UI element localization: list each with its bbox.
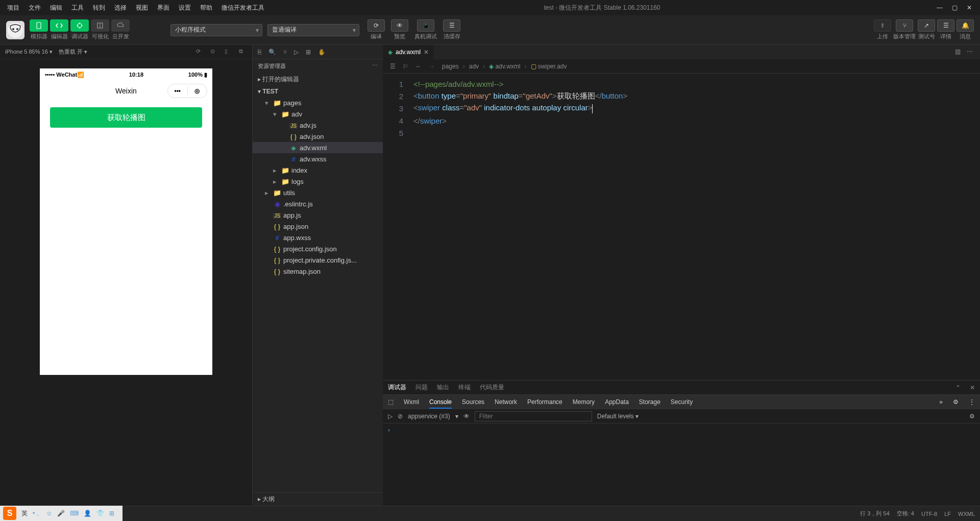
refresh-icon[interactable]: ⟳ <box>196 48 204 56</box>
tree-item-app.json[interactable]: { }app.json <box>253 221 383 232</box>
inspect-icon[interactable]: ⬚ <box>388 398 394 406</box>
devtools-close-icon[interactable]: ✕ <box>970 384 975 391</box>
more-icon[interactable]: ⋯ <box>372 62 378 70</box>
search-icon[interactable]: 🔍 <box>268 49 276 56</box>
devtools-more-icon[interactable]: » <box>939 398 943 406</box>
breadcrumb[interactable]: pages›adv›◈ adv.wxml›▢ swiper.adv <box>442 63 567 70</box>
project-root[interactable]: ▾ TEST <box>253 86 383 97</box>
right-上传[interactable]: ⬆上传 <box>874 19 891 40</box>
menu-编辑[interactable]: 编辑 <box>47 2 65 14</box>
avatar[interactable] <box>6 21 24 39</box>
collapse-icon[interactable]: ⌃ <box>955 384 961 391</box>
menu-选择[interactable]: 选择 <box>111 2 130 14</box>
kebab-icon[interactable]: ⋮ <box>969 398 975 406</box>
menu-微信开发者工具[interactable]: 微信开发者工具 <box>218 2 267 14</box>
clear-icon[interactable]: ⊘ <box>398 413 403 420</box>
lang-mode[interactable]: WXML <box>958 511 975 517</box>
console-output[interactable]: › <box>383 423 980 506</box>
menu-文件[interactable]: 文件 <box>26 2 44 14</box>
split-icon[interactable]: ▥ <box>955 48 961 55</box>
tree-item-adv.wxml[interactable]: ◈adv.wxml <box>253 142 383 153</box>
compile-select[interactable]: 普通编译 <box>267 24 359 36</box>
tree-item-adv.json[interactable]: { }adv.json <box>253 131 383 142</box>
dt-tab2-Security[interactable]: Security <box>671 398 693 406</box>
screenshot-icon[interactable]: ⧉ <box>239 48 247 56</box>
simulator-button[interactable] <box>30 19 48 32</box>
dt-tab2-Sources[interactable]: Sources <box>462 398 484 406</box>
tree-item-project.private.config.js...[interactable]: { }project.private.config.js... <box>253 254 383 266</box>
mode-select[interactable]: 小程序模式 <box>170 24 262 36</box>
dt-tab2-AppData[interactable]: AppData <box>605 398 629 406</box>
tree-item-sitemap.json[interactable]: { }sitemap.json <box>253 266 383 277</box>
branch-icon[interactable]: ⑂ <box>283 49 287 56</box>
tree-item-pages[interactable]: ▾📁pages <box>253 97 383 108</box>
indent[interactable]: 空格: 4 <box>897 510 914 517</box>
preview-button[interactable]: 获取轮播图 <box>50 107 202 128</box>
dt-tab-调试器[interactable]: 调试器 <box>388 383 406 392</box>
eol[interactable]: LF <box>944 511 951 517</box>
editor-tab[interactable]: ◈ adv.wxml ✕ <box>383 45 434 59</box>
action-编译[interactable]: ⟳编译 <box>368 19 385 40</box>
eye-icon[interactable]: 👁 <box>463 413 470 420</box>
dt-tab2-Memory[interactable]: Memory <box>573 398 595 406</box>
encoding[interactable]: UTF-8 <box>921 511 937 517</box>
tree-item-adv.wxss[interactable]: #adv.wxss <box>253 153 383 164</box>
outline-section[interactable]: ▸ 大纲 <box>253 492 383 506</box>
tab-close-icon[interactable]: ✕ <box>424 49 429 56</box>
right-测试号[interactable]: ↗测试号 <box>918 19 935 40</box>
menu-帮助[interactable]: 帮助 <box>197 2 215 14</box>
menu-项目[interactable]: 项目 <box>4 2 22 14</box>
fwd-icon[interactable]: → <box>429 63 435 70</box>
list-icon[interactable]: ☰ <box>390 63 396 70</box>
tree-item-adv.js[interactable]: JSadv.js <box>253 120 383 131</box>
phone-icon[interactable]: ▯ <box>225 48 233 56</box>
dt-tab-代码质量[interactable]: 代码质量 <box>480 383 504 392</box>
gear-icon[interactable]: ⚙ <box>953 398 959 406</box>
extensions-icon[interactable]: ⊞ <box>306 49 311 56</box>
cloud-button[interactable] <box>111 19 130 32</box>
ime-indicator[interactable]: 英 <box>21 509 28 518</box>
menu-工具[interactable]: 工具 <box>68 2 87 14</box>
code-editor[interactable]: 1<!--pages/adv/adv.wxml-->2<button type=… <box>383 74 980 380</box>
play-icon[interactable]: ▷ <box>388 413 393 420</box>
tree-item-.eslintrc.js[interactable]: ◉.eslintrc.js <box>253 198 383 209</box>
files-icon[interactable]: ⎘ <box>258 49 261 56</box>
tree-item-adv[interactable]: ▾📁adv <box>253 108 383 120</box>
dt-tab2-Storage[interactable]: Storage <box>639 398 660 406</box>
settings-icon[interactable]: ⚙ <box>969 413 975 420</box>
tree-item-logs[interactable]: ▸📁logs <box>253 176 383 187</box>
tree-item-utils[interactable]: ▸📁utils <box>253 187 383 198</box>
action-真机调试[interactable]: 📱真机调试 <box>414 19 437 40</box>
minimize-icon[interactable]: — <box>937 4 943 11</box>
tab-more-icon[interactable]: ⋯ <box>967 48 973 55</box>
levels-select[interactable]: Default levels ▾ <box>597 413 639 420</box>
right-版本管理[interactable]: ⑂版本管理 <box>893 19 916 40</box>
dt-tab2-Network[interactable]: Network <box>495 398 517 406</box>
action-预览[interactable]: 👁预览 <box>391 19 408 40</box>
dt-tab2-Wxml[interactable]: Wxml <box>404 398 419 406</box>
dt-tab-输出[interactable]: 输出 <box>437 383 449 392</box>
dt-tab2-Performance[interactable]: Performance <box>527 398 562 406</box>
bookmark-icon[interactable]: ⚐ <box>403 63 408 70</box>
open-editors[interactable]: ▸ 打开的编辑器 <box>253 73 383 86</box>
action-清缓存[interactable]: ☰清缓存 <box>443 19 460 40</box>
context-select[interactable]: appservice (#3) ▾ <box>408 413 458 420</box>
filter-input[interactable] <box>475 411 592 421</box>
tree-item-app.js[interactable]: JSapp.js <box>253 209 383 221</box>
menu-转到[interactable]: 转到 <box>90 2 108 14</box>
menu-设置[interactable]: 设置 <box>176 2 194 14</box>
tree-item-app.wxss[interactable]: #app.wxss <box>253 232 383 243</box>
editor-button[interactable] <box>50 19 68 32</box>
tree-item-index[interactable]: ▸📁index <box>253 164 383 176</box>
close-icon[interactable]: ✕ <box>967 4 972 11</box>
hand-icon[interactable]: ✋ <box>318 49 326 56</box>
right-消息[interactable]: 🔔消息 <box>957 19 974 40</box>
device-select[interactable]: iPhone 5 85% 16 ▾ <box>5 49 53 55</box>
hotreload-select[interactable]: 热重载 开 ▾ <box>59 48 87 56</box>
dt-tab-终端[interactable]: 终端 <box>458 383 471 392</box>
dt-tab-问题[interactable]: 问题 <box>415 383 428 392</box>
visual-button[interactable] <box>91 19 109 32</box>
home-icon[interactable]: ⊙ <box>210 48 218 56</box>
debugger-button[interactable] <box>70 19 89 32</box>
capsule[interactable]: •••◎ <box>167 84 207 98</box>
